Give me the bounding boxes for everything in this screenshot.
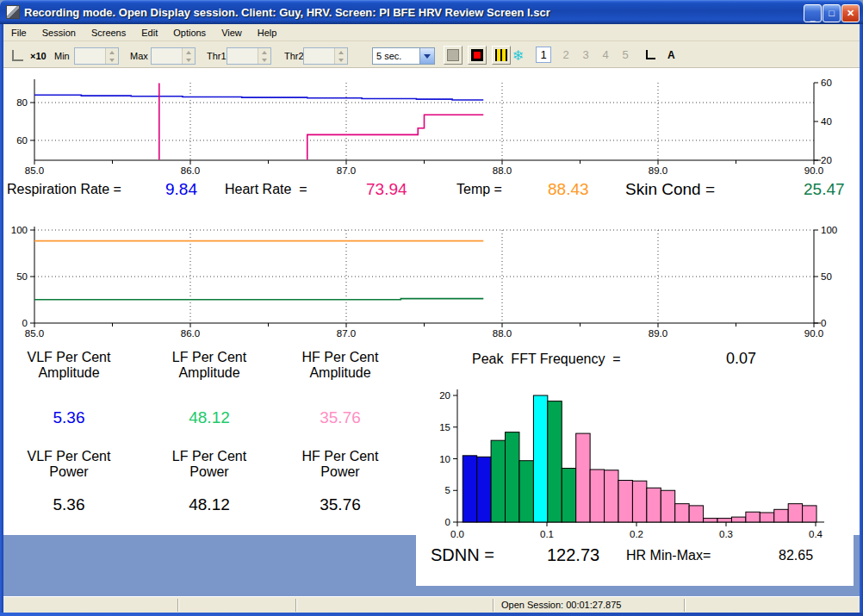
min-label: Min (54, 51, 70, 61)
page-button-5[interactable]: 5 (618, 48, 633, 61)
svg-text:89.0: 89.0 (649, 328, 667, 339)
hf-amplitude-label: HF Per CentAmplitude (271, 350, 409, 381)
vlf-amplitude-label: VLF Per CentAmplitude (0, 350, 138, 381)
svg-text:0: 0 (445, 517, 450, 527)
svg-text:40: 40 (821, 116, 832, 127)
svg-text:88.0: 88.0 (493, 165, 512, 176)
minimize-button[interactable]: _ (804, 4, 822, 22)
thr2-label: Thr2 (284, 51, 304, 61)
combo-dropdown-button[interactable] (419, 48, 434, 64)
temp-skincond-trend-chart: 85.086.087.088.089.090.0050100050100 (0, 222, 863, 343)
svg-text:80: 80 (16, 97, 28, 108)
svg-text:10: 10 (439, 454, 450, 464)
menubar: File Session Screens Edit Options View H… (3, 24, 860, 41)
svg-text:15: 15 (439, 422, 450, 432)
red-stop-button[interactable] (468, 46, 487, 65)
svg-text:5: 5 (445, 485, 450, 495)
heart-rate-label: Heart Rate = (225, 182, 307, 197)
hf-amplitude-value: 35.76 (271, 408, 409, 427)
peak-fft-value: 0.07 (726, 350, 756, 368)
statusbar-separator (295, 599, 296, 612)
svg-text:0.4: 0.4 (809, 529, 823, 539)
menu-edit[interactable]: Edit (133, 25, 165, 40)
pause-bars-button[interactable] (492, 46, 511, 65)
axis-toggle-icon[interactable] (646, 50, 655, 59)
svg-text:88.0: 88.0 (493, 328, 512, 339)
freeze-snowflake-icon[interactable]: ❄ (512, 47, 524, 64)
titlebar[interactable]: Recording mode. Open Display session. Cl… (0, 0, 863, 24)
max-label: Max (130, 51, 148, 61)
lf-power-value: 48.12 (140, 495, 278, 514)
session-timer: Open Session: 00:01:27.875 (501, 600, 621, 610)
statusbar-separator (493, 599, 494, 612)
svg-text:60: 60 (821, 78, 832, 88)
svg-text:50: 50 (16, 271, 28, 282)
svg-text:50: 50 (821, 271, 832, 282)
svg-text:0.0: 0.0 (450, 529, 464, 539)
vlf-power-label: VLF Per CentPower (0, 449, 138, 480)
lf-amplitude-label: LF Per CentAmplitude (140, 350, 278, 381)
window-title: Recording mode. Open Display session. Cl… (24, 6, 550, 19)
menu-file[interactable]: File (3, 25, 34, 40)
hf-power-label: HF Per CentPower (271, 449, 409, 480)
svg-text:87.0: 87.0 (337, 328, 356, 339)
svg-text:85.0: 85.0 (25, 165, 44, 176)
max-spinner-arrows[interactable] (182, 48, 195, 64)
interval-value: 5 sec. (376, 51, 419, 61)
max-spinner[interactable] (151, 47, 196, 65)
svg-text:0.1: 0.1 (540, 529, 554, 539)
page-button-4[interactable]: 4 (598, 48, 613, 61)
svg-text:0: 0 (821, 318, 826, 328)
maximize-button[interactable]: □ (823, 4, 841, 22)
app-window: Recording mode. Open Display session. Cl… (0, 0, 863, 616)
hr-minmax-value: 82.65 (779, 548, 813, 563)
menu-options[interactable]: Options (165, 25, 214, 40)
statusbar-separator (684, 599, 685, 612)
autolabel-button[interactable]: A (667, 49, 675, 61)
gray-swatch-button[interactable] (444, 46, 463, 65)
menu-view[interactable]: View (214, 25, 250, 40)
lf-power-label: LF Per CentPower (140, 449, 278, 480)
page-button-2[interactable]: 2 (558, 48, 574, 61)
window-border-bottom (0, 613, 863, 616)
min-spinner-arrows[interactable] (105, 48, 118, 64)
svg-text:60: 60 (16, 135, 28, 146)
page-button-3[interactable]: 3 (578, 48, 593, 61)
thr1-label: Thr1 (207, 51, 227, 61)
vlf-amplitude-value: 5.36 (0, 408, 138, 427)
skin-cond-label: Skin Cond = (625, 180, 715, 199)
menu-screens[interactable]: Screens (84, 25, 133, 40)
hr-minmax-label: HR Min-Max= (626, 548, 711, 563)
min-spinner[interactable] (74, 47, 119, 65)
menu-help[interactable]: Help (250, 25, 285, 40)
x10-label[interactable]: ×10 (30, 51, 47, 61)
heart-rate-value: 73.94 (366, 180, 407, 199)
svg-text:86.0: 86.0 (181, 165, 200, 176)
hf-power-value: 35.76 (271, 495, 409, 514)
respiration-rate-value: 9.84 (165, 180, 197, 199)
menu-session[interactable]: Session (34, 25, 84, 40)
svg-text:90.0: 90.0 (804, 165, 823, 176)
thr1-spinner[interactable] (227, 47, 271, 65)
sdnn-value: 122.73 (547, 545, 599, 565)
interval-select[interactable]: 5 sec. (372, 47, 435, 65)
app-icon (6, 5, 20, 19)
sdnn-label: SDNN = (431, 545, 494, 565)
statusbar-separator (177, 599, 178, 612)
svg-text:89.0: 89.0 (649, 165, 667, 176)
thr1-spinner-arrows[interactable] (258, 48, 270, 64)
thr2-spinner-arrows[interactable] (334, 48, 347, 64)
svg-text:100: 100 (821, 225, 837, 235)
svg-text:0: 0 (22, 318, 28, 328)
fft-histogram-chart: 051015200.00.10.20.30.4 (416, 379, 855, 543)
axis-scale-icon[interactable] (12, 50, 23, 61)
temp-value: 88.43 (548, 180, 589, 199)
svg-text:0.2: 0.2 (630, 529, 643, 539)
page-button-1[interactable]: 1 (536, 47, 551, 63)
close-button[interactable]: ✕ (841, 4, 860, 22)
thr2-spinner[interactable] (303, 47, 348, 65)
statusbar: Open Session: 00:01:27.875 (3, 596, 860, 613)
temp-label: Temp = (456, 182, 502, 197)
svg-text:87.0: 87.0 (337, 165, 356, 176)
peak-fft-label: Peak FFT Frequency = (472, 352, 621, 367)
